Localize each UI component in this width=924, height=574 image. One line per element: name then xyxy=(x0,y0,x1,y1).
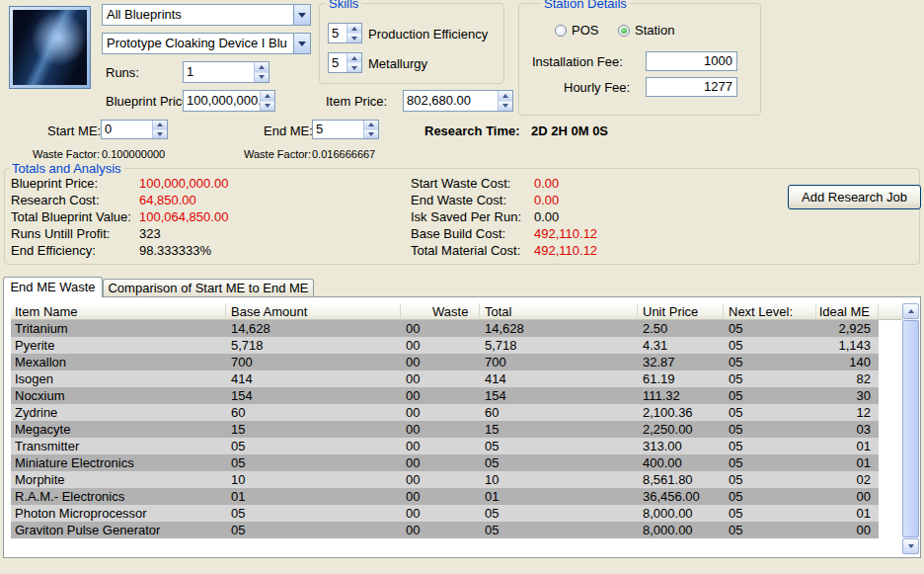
totals-label: Isk Saved Per Run: xyxy=(411,209,521,224)
table-cell: 00 xyxy=(401,522,480,538)
table-cell: 01 xyxy=(480,488,638,505)
table-row[interactable]: Tritanium14,6280014,6282.50052,925 xyxy=(11,320,879,337)
table-row[interactable]: Miniature Electronics050005400.000501 xyxy=(11,454,879,471)
start-me-stepper[interactable]: 0 xyxy=(101,120,168,139)
tab-comparison[interactable]: Comparison of Start ME to End ME xyxy=(103,279,314,296)
hourly-fee-input[interactable]: 1277 xyxy=(646,77,737,97)
table-row[interactable]: Nocxium15400154111.320530 xyxy=(11,387,879,404)
totals-value: 64,850.00 xyxy=(139,193,196,207)
totals-value: 0.00 xyxy=(534,193,559,207)
item-price-value[interactable]: 802,680.00 xyxy=(404,91,498,111)
spinner-up-icon[interactable] xyxy=(255,62,269,73)
table-cell: 05 xyxy=(724,370,816,387)
blueprint-filter-select[interactable]: All Blueprints xyxy=(102,4,311,26)
end-me-stepper[interactable]: 5 xyxy=(312,120,379,139)
dropdown-arrow-icon[interactable] xyxy=(293,34,310,53)
column-header[interactable]: Waste xyxy=(401,303,480,320)
table-row[interactable]: Pyerite5,718005,7184.31051,143 xyxy=(11,337,879,354)
table-cell: Nocxium xyxy=(11,387,226,404)
column-header[interactable]: Base Amount xyxy=(226,303,401,320)
blueprint-image xyxy=(13,10,87,85)
column-header-filler xyxy=(879,303,902,320)
table-cell: Morphite xyxy=(11,471,226,488)
totals-value: 0.00 xyxy=(534,209,559,224)
table-cell: Zydrine xyxy=(11,404,226,421)
table-cell: 700 xyxy=(480,354,638,370)
metallurgy-value[interactable]: 5 xyxy=(329,53,346,72)
column-header[interactable]: Ideal ME xyxy=(816,303,879,320)
blueprint-price-value[interactable]: 100,000,000.0 xyxy=(184,91,260,111)
table-cell: 12 xyxy=(816,404,879,421)
table-cell: 05 xyxy=(724,488,816,505)
spinner-down-icon[interactable] xyxy=(153,130,167,139)
runs-stepper[interactable]: 1 xyxy=(183,61,270,83)
spinner-up-icon[interactable] xyxy=(153,121,167,130)
column-header[interactable]: Item Name xyxy=(11,303,226,320)
dropdown-arrow-icon[interactable] xyxy=(293,5,310,25)
table-cell: 00 xyxy=(401,488,480,505)
runs-label: Runs: xyxy=(106,65,139,80)
table-row[interactable]: Mexallon7000070032.8705140 xyxy=(11,354,879,370)
spinner-up-icon[interactable] xyxy=(364,121,378,130)
start-me-value[interactable]: 0 xyxy=(102,121,152,138)
table-cell: 30 xyxy=(816,387,879,404)
totals-label: Blueprint Price: xyxy=(11,176,98,191)
table-cell: 61.19 xyxy=(638,370,724,387)
spinner-up-icon[interactable] xyxy=(499,91,512,102)
column-header[interactable]: Unit Price xyxy=(638,303,724,320)
table-row[interactable]: Morphite1000108,561.800502 xyxy=(11,471,879,488)
spinner-down-icon[interactable] xyxy=(347,34,361,42)
table-cell: 8,000.00 xyxy=(638,522,724,538)
spinner-down-icon[interactable] xyxy=(347,63,361,72)
runs-value[interactable]: 1 xyxy=(184,62,254,82)
tab-end-me-waste[interactable]: End ME Waste xyxy=(3,277,103,297)
table-cell: 111.32 xyxy=(638,387,724,404)
table-row[interactable]: Graviton Pulse Generator0500058,000.0005… xyxy=(11,522,879,538)
blueprint-price-label: Blueprint Price: xyxy=(106,94,192,109)
blueprint-price-stepper[interactable]: 100,000,000.0 xyxy=(183,90,275,112)
spinner-down-icon[interactable] xyxy=(261,102,274,112)
table-row[interactable]: Isogen4140041461.190582 xyxy=(11,370,879,387)
table-cell: 05 xyxy=(480,454,638,471)
installation-fee-input[interactable]: 1000 xyxy=(646,51,737,71)
table-cell: 00 xyxy=(816,522,879,538)
production-efficiency-stepper[interactable]: 5 xyxy=(328,23,362,43)
table-cell: 05 xyxy=(226,438,401,454)
start-waste-factor-label: Waste Factor: xyxy=(33,147,100,162)
scrollbar-up-icon[interactable] xyxy=(902,303,919,319)
end-me-value[interactable]: 5 xyxy=(313,121,363,138)
table-row[interactable]: Megacyte1500152,250.000503 xyxy=(11,421,879,438)
spinner-up-icon[interactable] xyxy=(261,91,274,102)
production-efficiency-value[interactable]: 5 xyxy=(329,24,346,42)
spinner-down-icon[interactable] xyxy=(255,73,269,83)
spinner-up-icon[interactable] xyxy=(347,24,361,34)
radio-pos[interactable]: POS xyxy=(555,23,598,38)
spinner-down-icon[interactable] xyxy=(499,102,512,112)
blueprint-select[interactable]: Prototype Cloaking Device I Blu xyxy=(102,33,311,54)
station-details-title: Station Details xyxy=(541,0,630,11)
table-row[interactable]: Photon Microprocessor0500058,000.000501 xyxy=(11,505,879,522)
table-row[interactable]: Transmitter050005313.000501 xyxy=(11,438,879,454)
table-row[interactable]: Zydrine6000602,100.360512 xyxy=(11,404,879,421)
table-cell: 700 xyxy=(226,354,401,370)
blueprint-filter-value: All Blueprints xyxy=(103,5,293,25)
column-header[interactable]: Total xyxy=(480,303,638,320)
radio-station[interactable]: Station xyxy=(618,23,674,38)
scrollbar-down-icon[interactable] xyxy=(902,538,919,554)
add-research-job-button[interactable]: Add Research Job xyxy=(788,185,921,209)
vertical-scrollbar[interactable] xyxy=(902,303,919,554)
table-row[interactable]: R.A.M.- Electronics01000136,456.000500 xyxy=(11,488,879,505)
metallurgy-stepper[interactable]: 5 xyxy=(328,52,362,73)
totals-label: Base Build Cost: xyxy=(411,226,505,241)
research-time-label: Research Time: xyxy=(424,123,520,138)
table-cell: Transmitter xyxy=(11,438,226,454)
blueprint-icon xyxy=(9,6,91,89)
item-price-stepper[interactable]: 802,680.00 xyxy=(403,90,513,112)
spinner-up-icon[interactable] xyxy=(347,53,361,63)
radio-station-circle xyxy=(618,25,630,37)
spinner-down-icon[interactable] xyxy=(364,130,378,139)
table-header: Item NameBase AmountWasteTotalUnit Price… xyxy=(11,303,902,320)
scrollbar-thumb[interactable] xyxy=(902,320,919,537)
table-cell: 15 xyxy=(226,421,401,438)
column-header[interactable]: Next Level: xyxy=(724,303,816,320)
